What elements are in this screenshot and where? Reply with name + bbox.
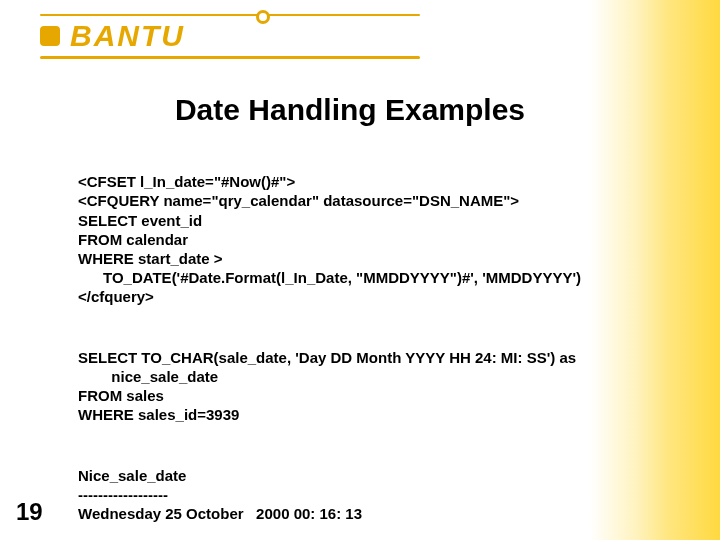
slide-title: Date Handling Examples xyxy=(70,93,630,127)
logo-row: BANTU xyxy=(40,18,420,54)
logo-text: BANTU xyxy=(70,19,185,53)
logo-block: BANTU xyxy=(40,14,420,59)
slide-body: <CFSET l_In_date="#Now()#"> <CFQUERY nam… xyxy=(78,153,640,540)
code-block-3: Nice_sale_date ------------------ Wednes… xyxy=(78,466,640,524)
logo-rule-bottom xyxy=(40,56,420,59)
code-block-1: <CFSET l_In_date="#Now()#"> <CFQUERY nam… xyxy=(78,172,640,306)
logo-rule-top xyxy=(40,14,420,16)
slide-header: BANTU xyxy=(0,0,720,59)
logo-bullet-icon xyxy=(40,26,60,46)
page-number: 19 xyxy=(16,498,43,526)
code-block-2: SELECT TO_CHAR(sale_date, 'Day DD Month … xyxy=(78,348,640,425)
logo-dot-icon xyxy=(256,10,270,24)
